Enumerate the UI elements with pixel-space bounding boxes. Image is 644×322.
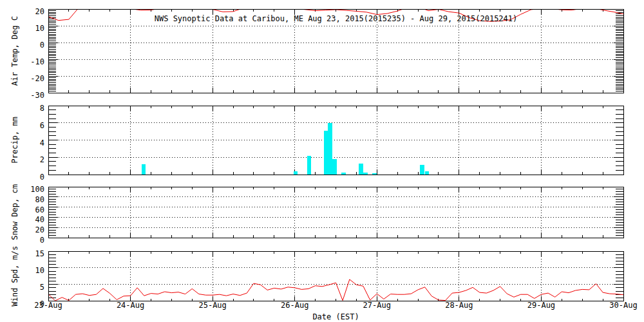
y-tick-label: 2	[40, 155, 44, 164]
y-tick-label: 0	[40, 41, 44, 50]
y-tick-label: -10	[30, 57, 44, 66]
wind-speed-line	[48, 279, 623, 301]
y-tick-label: 5	[40, 283, 44, 292]
tick-marks	[48, 251, 623, 301]
x-axis-label: Date (EST)	[312, 312, 359, 321]
y-axis-label-snow-depth: Snow Dep, cm	[10, 184, 19, 240]
precip-bar	[142, 164, 146, 175]
y-tick-label: 6	[40, 121, 44, 130]
y-tick-label: 60	[35, 205, 44, 214]
chart-title: NWS Synoptic Data at Caribou, ME Aug 23,…	[155, 14, 518, 23]
precip-bar	[307, 156, 312, 175]
x-tick-label: 29-Aug	[527, 301, 555, 310]
y-tick-label: 4	[40, 138, 44, 147]
y-axis-label-wind-speed: Wind Spd, m/s	[10, 246, 19, 307]
tick-marks	[48, 187, 623, 238]
x-tick-label: 26-Aug	[281, 301, 308, 310]
y-tick-label: 100	[30, 185, 44, 194]
synoptic-chart: -30-20-1001020Air Temp, Deg C02468Precip…	[0, 0, 644, 322]
panel-precip: 02468Precip, mm	[10, 104, 623, 182]
y-tick-label: 20	[35, 7, 44, 16]
panel-wind-speed: 051015Wind Spd, m/s	[10, 246, 623, 308]
y-tick-label: 40	[35, 215, 44, 224]
synoptic-chart-figure: -30-20-1001020Air Temp, Deg C02468Precip…	[0, 0, 644, 322]
x-tick-label: 24-Aug	[117, 301, 144, 310]
precip-bar	[294, 171, 298, 175]
y-tick-label: -30	[30, 91, 44, 100]
y-axis-label-air-temp: Air Temp, Deg C	[10, 16, 19, 86]
y-tick-label: 0	[40, 173, 44, 182]
y-tick-label: 80	[35, 195, 44, 204]
y-tick-label: 10	[35, 24, 44, 33]
x-tick-label: 27-Aug	[363, 301, 391, 310]
y-axis-label-precip: Precip, mm	[10, 117, 19, 163]
precip-bar	[359, 164, 363, 175]
x-tick-label: 23-Aug	[34, 301, 62, 310]
panel-frame	[48, 187, 623, 238]
x-tick-label: 30-Aug	[609, 301, 637, 310]
y-tick-label: 20	[35, 225, 44, 234]
panel-snow-depth: 020406080100Snow Dep, cm	[10, 184, 623, 245]
precip-bar	[324, 131, 328, 175]
x-tick-label: 25-Aug	[198, 301, 226, 310]
y-tick-label: 0	[40, 236, 44, 245]
y-tick-label: 15	[35, 249, 44, 258]
precip-bar	[425, 171, 430, 175]
y-tick-label: -20	[30, 74, 44, 83]
y-tick-label: 10	[35, 266, 44, 275]
x-tick-label: 28-Aug	[445, 301, 473, 310]
precip-bar	[328, 123, 332, 175]
panel-frame	[48, 251, 623, 301]
precip-bar	[420, 165, 424, 175]
precip-bars	[142, 123, 430, 175]
y-tick-label: 8	[40, 104, 44, 113]
precip-bar	[332, 159, 337, 175]
